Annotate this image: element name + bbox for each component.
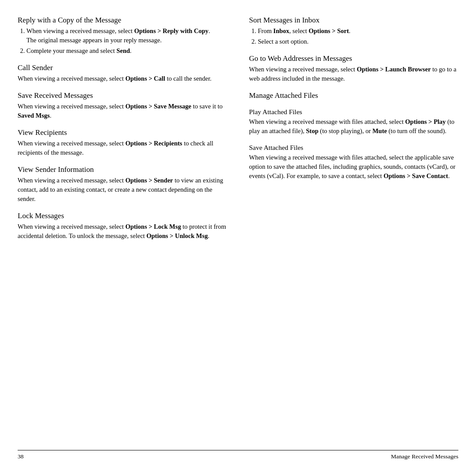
- view-recipients-body: When viewing a received message, select …: [18, 139, 227, 157]
- section-lock-messages: Lock Messages When viewing a received me…: [18, 212, 227, 241]
- text: Complete your message and select: [26, 47, 116, 54]
- text: When viewing a received message, select: [18, 223, 125, 230]
- bold-text: Options > Save Message: [125, 103, 191, 110]
- text: to call the sender.: [165, 75, 212, 82]
- bold-text: Options > Recipients: [125, 140, 182, 147]
- section-title-manage-attached: Manage Attached Files: [249, 91, 458, 100]
- section-title-view-recipients: View Recipients: [18, 128, 227, 137]
- section-save-received: Save Received Messages When viewing a re…: [18, 91, 227, 120]
- extra-text: The original message appears in your rep…: [26, 37, 162, 44]
- section-title-lock-messages: Lock Messages: [18, 212, 227, 220]
- text: , select: [289, 27, 309, 34]
- left-column: Reply with a Copy of the Message When vi…: [18, 16, 231, 446]
- page-footer: 38 Manage Received Messages: [18, 450, 458, 460]
- text: When viewing a received message, select: [18, 140, 125, 147]
- lock-messages-body: When viewing a received message, select …: [18, 222, 227, 241]
- section-title-save-received: Save Received Messages: [18, 91, 227, 100]
- section-title-view-sender-info: View Sender Information: [18, 165, 227, 174]
- text: (to turn off the sound).: [387, 127, 446, 134]
- bold-text: Options > Launch Browser: [357, 66, 431, 73]
- save-received-body: When viewing a received message, select …: [18, 102, 227, 120]
- bold-text: Options > Call: [125, 75, 165, 82]
- text: When viewing a received message, select: [26, 27, 134, 34]
- bold-text: Options > Unlock Msg: [146, 232, 208, 239]
- bold-text: Saved Msgs: [18, 112, 50, 119]
- text: When viewing a received message, select: [249, 66, 357, 73]
- text: .: [130, 47, 132, 54]
- reply-copy-list: When viewing a received message, select …: [26, 26, 227, 56]
- footer-section-title: Manage Received Messages: [391, 453, 458, 460]
- section-title-sort-messages: Sort Messages in Inbox: [249, 16, 458, 25]
- text: .: [50, 112, 52, 119]
- play-attached-body: When viewing a received message with fil…: [249, 117, 458, 136]
- bold-text: Options > Reply with Copy: [134, 27, 208, 34]
- text: .: [208, 232, 209, 239]
- save-attached-body: When viewing a received message with fil…: [249, 153, 458, 181]
- section-sort-messages: Sort Messages in Inbox From Inbox, selec…: [249, 16, 458, 46]
- bold-text: Options > Lock Msg: [125, 223, 181, 230]
- text: Select a sort option.: [258, 38, 309, 45]
- text: .: [448, 172, 450, 179]
- bold-text: Send: [116, 47, 130, 54]
- bold-text: Options > Sender: [125, 177, 173, 184]
- subsection-title-save-attached: Save Attached Files: [249, 144, 458, 152]
- text: From: [258, 27, 273, 34]
- text: When viewing a received message, select: [18, 75, 125, 82]
- text: .: [349, 27, 350, 34]
- text: When viewing a received message, select: [18, 177, 125, 184]
- subsection-title-play-attached: Play Attached Files: [249, 108, 458, 116]
- page-number: 38: [18, 453, 24, 460]
- section-title-go-to-web: Go to Web Addresses in Messages: [249, 54, 458, 63]
- section-call-sender: Call Sender When viewing a received mess…: [18, 63, 227, 83]
- list-item: From Inbox, select Options > Sort.: [258, 26, 458, 36]
- bold-text: Mute: [372, 127, 387, 134]
- section-save-attached: Save Attached Files When viewing a recei…: [249, 144, 458, 181]
- call-sender-body: When viewing a received message, select …: [18, 74, 227, 83]
- bold-text: Inbox: [273, 27, 289, 34]
- right-column: Sort Messages in Inbox From Inbox, selec…: [245, 16, 458, 446]
- text: When viewing a received message, select: [18, 103, 125, 110]
- section-view-sender-info: View Sender Information When viewing a r…: [18, 165, 227, 204]
- list-item: When viewing a received message, select …: [26, 26, 227, 45]
- section-manage-attached: Manage Attached Files: [249, 91, 458, 100]
- bold-text: Options > Play: [405, 118, 446, 125]
- section-go-to-web: Go to Web Addresses in Messages When vie…: [249, 54, 458, 83]
- content-area: Reply with a Copy of the Message When vi…: [18, 16, 458, 446]
- bold-text: Options > Save Contact: [383, 172, 448, 179]
- section-title-call-sender: Call Sender: [18, 63, 227, 72]
- text: When viewing a received message with fil…: [249, 118, 405, 125]
- bold-text: Options > Sort: [309, 27, 349, 34]
- text: .: [208, 27, 210, 34]
- view-sender-info-body: When viewing a received message, select …: [18, 176, 227, 204]
- list-item: Complete your message and select Send.: [26, 46, 227, 56]
- section-title-reply-with-copy: Reply with a Copy of the Message: [18, 16, 227, 25]
- sort-messages-list: From Inbox, select Options > Sort. Selec…: [258, 26, 458, 46]
- text: (to stop playing), or: [318, 127, 372, 134]
- section-view-recipients: View Recipients When viewing a received …: [18, 128, 227, 157]
- section-reply-with-copy: Reply with a Copy of the Message When vi…: [18, 16, 227, 56]
- text: to save it to: [191, 103, 223, 110]
- section-play-attached: Play Attached Files When viewing a recei…: [249, 108, 458, 136]
- list-item: Select a sort option.: [258, 37, 458, 46]
- go-to-web-body: When viewing a received message, select …: [249, 65, 458, 83]
- bold-text: Stop: [306, 127, 318, 134]
- page: Reply with a Copy of the Message When vi…: [0, 0, 476, 476]
